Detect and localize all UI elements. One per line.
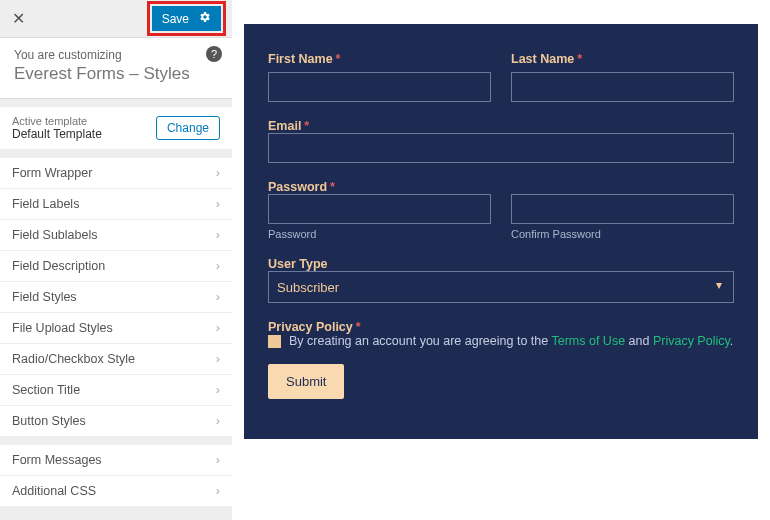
help-icon[interactable]: ? xyxy=(206,46,222,62)
chevron-right-icon: › xyxy=(216,290,220,304)
panel-row[interactable]: Additional CSS› xyxy=(0,476,232,507)
panel-row[interactable]: Field Sublabels› xyxy=(0,220,232,251)
change-button[interactable]: Change xyxy=(156,116,220,140)
chevron-right-icon: › xyxy=(216,414,220,428)
heading-big: Everest Forms – Styles xyxy=(14,64,218,84)
preview-pane: First Name* Last Name* Email* Password* … xyxy=(232,0,770,520)
terms-link[interactable]: Terms of Use xyxy=(551,334,625,348)
chevron-right-icon: › xyxy=(216,352,220,366)
privacy-label: Privacy Policy* xyxy=(268,320,361,334)
chevron-right-icon: › xyxy=(216,166,220,180)
panel-row[interactable]: Form Messages› xyxy=(0,445,232,476)
confirm-password-input[interactable] xyxy=(511,194,734,224)
panel-row[interactable]: Button Styles› xyxy=(0,406,232,437)
last-name-input[interactable] xyxy=(511,72,734,102)
panel-row[interactable]: Field Description› xyxy=(0,251,232,282)
chevron-right-icon: › xyxy=(216,484,220,498)
privacy-link[interactable]: Privacy Policy xyxy=(653,334,730,348)
panel-row-label: Field Description xyxy=(12,259,105,273)
template-label: Active template xyxy=(12,115,102,127)
password-input[interactable] xyxy=(268,194,491,224)
customizer-sidebar: ✕ Save ? You are customizing Everest For… xyxy=(0,0,232,520)
chevron-right-icon: › xyxy=(216,453,220,467)
panel-row[interactable]: Field Labels› xyxy=(0,189,232,220)
first-name-input[interactable] xyxy=(268,72,491,102)
panel-row-label: Field Styles xyxy=(12,290,77,304)
panel-row-label: Field Labels xyxy=(12,197,79,211)
save-highlight: Save xyxy=(147,1,226,36)
password-sublabel: Password xyxy=(268,228,491,240)
password-label: Password* xyxy=(268,180,335,194)
chevron-right-icon: › xyxy=(216,259,220,273)
panel-row-label: Additional CSS xyxy=(12,484,96,498)
email-label: Email* xyxy=(268,119,309,133)
gear-icon[interactable] xyxy=(199,11,211,26)
template-value: Default Template xyxy=(12,127,102,141)
save-button[interactable]: Save xyxy=(152,6,221,31)
panel-row[interactable]: File Upload Styles› xyxy=(0,313,232,344)
panel-row-label: File Upload Styles xyxy=(12,321,113,335)
chevron-right-icon: › xyxy=(216,197,220,211)
form-preview: First Name* Last Name* Email* Password* … xyxy=(244,24,758,439)
panel-row[interactable]: Field Styles› xyxy=(0,282,232,313)
last-name-label: Last Name* xyxy=(511,52,734,66)
panel-group-a: Form Wrapper›Field Labels›Field Sublabel… xyxy=(0,158,232,437)
panel-row-label: Radio/Checkbox Style xyxy=(12,352,135,366)
policy-checkbox[interactable] xyxy=(268,335,281,348)
heading-small: You are customizing xyxy=(14,48,218,62)
save-label: Save xyxy=(162,12,189,26)
panel-row-label: Field Sublabels xyxy=(12,228,97,242)
policy-text: By creating an account you are agreeing … xyxy=(289,334,733,348)
chevron-right-icon: › xyxy=(216,321,220,335)
chevron-right-icon: › xyxy=(216,228,220,242)
panel-row-label: Form Wrapper xyxy=(12,166,92,180)
panel-group-b: Form Messages›Additional CSS› xyxy=(0,445,232,507)
template-row: Active template Default Template Change xyxy=(0,107,232,150)
panel-row-label: Form Messages xyxy=(12,453,102,467)
panel-row-label: Button Styles xyxy=(12,414,86,428)
user-type-select[interactable]: Subscriber xyxy=(268,271,734,303)
panel-row[interactable]: Section Title› xyxy=(0,375,232,406)
policy-line: By creating an account you are agreeing … xyxy=(268,334,734,348)
confirm-password-sublabel: Confirm Password xyxy=(511,228,734,240)
first-name-label: First Name* xyxy=(268,52,491,66)
panel-row[interactable]: Radio/Checkbox Style› xyxy=(0,344,232,375)
close-icon[interactable]: ✕ xyxy=(12,9,25,28)
submit-button[interactable]: Submit xyxy=(268,364,344,399)
chevron-right-icon: › xyxy=(216,383,220,397)
panel-row[interactable]: Form Wrapper› xyxy=(0,158,232,189)
heading-block: ? You are customizing Everest Forms – St… xyxy=(0,38,232,99)
user-type-label: User Type xyxy=(268,257,328,271)
panel-row-label: Section Title xyxy=(12,383,80,397)
email-input[interactable] xyxy=(268,133,734,163)
topbar: ✕ Save xyxy=(0,0,232,38)
